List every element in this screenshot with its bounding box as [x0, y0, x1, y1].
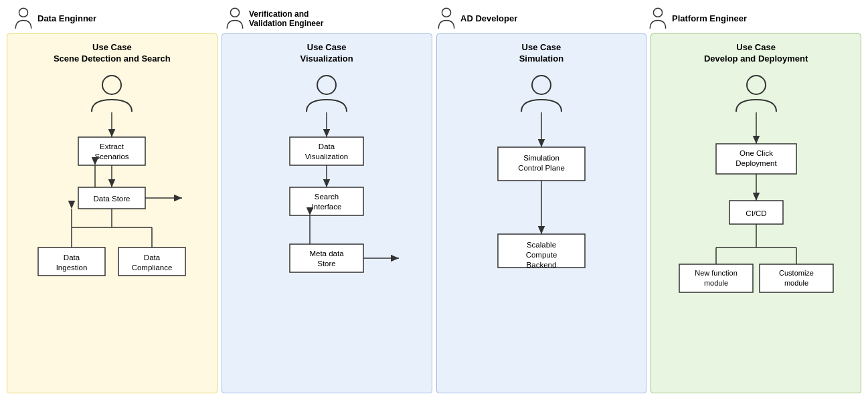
persona-platform-engineer: Platform Engineer	[648, 7, 855, 30]
svg-text:Scenarios: Scenarios	[95, 153, 129, 161]
person-icon-platform-engineer	[648, 7, 668, 30]
svg-point-29	[317, 76, 336, 94]
svg-point-55	[747, 76, 766, 94]
svg-text:Customize: Customize	[779, 269, 814, 277]
svg-text:CI/CD: CI/CD	[746, 209, 766, 217]
panel2-title: Use Case Visualization	[300, 42, 353, 65]
svg-rect-35	[290, 187, 363, 215]
svg-point-3	[653, 8, 662, 17]
svg-text:Meta data: Meta data	[310, 249, 345, 258]
svg-point-1	[230, 8, 239, 17]
svg-text:Data: Data	[144, 254, 161, 262]
svg-text:module: module	[704, 279, 728, 287]
svg-point-44	[532, 76, 551, 94]
panel4-title: Use Case Develop and Deployment	[704, 42, 808, 65]
persona-label-platform-engineer: Platform Engineer	[672, 13, 747, 23]
person-icon-vv-engineer	[225, 7, 245, 30]
panels-row: Use Case Scene Detection and Search Extr…	[7, 33, 861, 393]
svg-text:One Click: One Click	[740, 149, 773, 157]
persona-vv-engineer: Verification and Validation Engineer	[225, 7, 432, 30]
panel-develop-deployment: Use Case Develop and Deployment One Clic…	[650, 33, 861, 393]
svg-point-2	[442, 8, 450, 17]
panel2-diagram: Data Visualization Search Interface Meta…	[233, 70, 420, 324]
panel3-diagram: Simulation Control Plane Scalable Comput…	[448, 70, 635, 324]
svg-text:Data Store: Data Store	[94, 195, 131, 203]
svg-point-4	[102, 76, 121, 94]
person-icon-ad-developer	[436, 7, 456, 30]
persona-ad-developer: AD Developer	[436, 7, 644, 30]
diagram-container: Data Enginner Verification and Validatio…	[0, 0, 868, 400]
svg-text:Compliance: Compliance	[132, 264, 173, 272]
svg-text:module: module	[784, 279, 808, 287]
panel1-title: Use Case Scene Detection and Search	[54, 42, 171, 65]
persona-label-vv-engineer: Verification and Validation Engineer	[249, 9, 323, 28]
svg-text:Store: Store	[317, 260, 336, 268]
svg-text:Deployment: Deployment	[735, 159, 777, 167]
svg-rect-31	[290, 137, 363, 165]
person-icon-data-engineer	[13, 7, 33, 30]
svg-text:Control Plane: Control Plane	[518, 164, 565, 172]
svg-rect-39	[290, 244, 363, 272]
panel3-title: Use Case Simulation	[519, 42, 563, 65]
svg-text:Interface: Interface	[312, 203, 342, 211]
panel-simulation: Use Case Simulation Simulation Control P…	[436, 33, 647, 393]
personas-row: Data Enginner Verification and Validatio…	[7, 7, 861, 30]
svg-rect-6	[78, 137, 145, 165]
svg-text:Search: Search	[315, 193, 339, 201]
persona-label-ad-developer: AD Developer	[460, 13, 517, 23]
svg-text:Compute: Compute	[526, 251, 557, 259]
persona-label-data-engineer: Data Enginner	[37, 13, 96, 23]
svg-text:New function: New function	[695, 269, 737, 277]
panel4-diagram: One Click Deployment CI/CD New function …	[663, 70, 850, 324]
svg-text:Visualization: Visualization	[305, 153, 348, 161]
svg-point-0	[19, 8, 27, 17]
svg-text:Data: Data	[319, 142, 335, 151]
svg-text:Data: Data	[64, 254, 80, 262]
svg-text:Backend: Backend	[526, 261, 556, 269]
panel-visualization: Use Case Visualization	[222, 33, 432, 393]
svg-text:Ingestion: Ingestion	[56, 264, 88, 272]
persona-data-engineer: Data Enginner	[13, 7, 221, 30]
svg-text:Scalable: Scalable	[527, 241, 556, 249]
panel-scene-detection: Use Case Scene Detection and Search Extr…	[7, 33, 218, 393]
svg-text:Extract: Extract	[100, 142, 124, 151]
panel1-diagram: Extract Scenarios Data Store	[18, 70, 205, 324]
svg-text:Simulation: Simulation	[523, 154, 559, 162]
